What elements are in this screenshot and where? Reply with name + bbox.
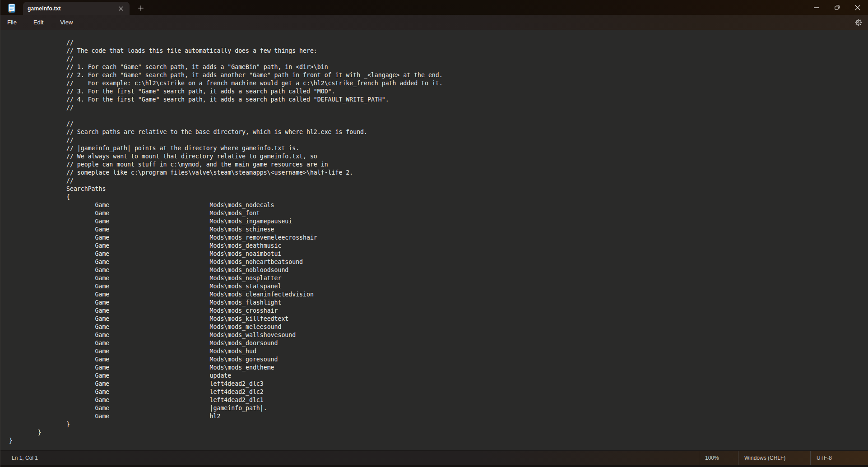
window-controls: [806, 0, 868, 15]
editor-content: // // The code that loads this file auto…: [0, 30, 868, 445]
minimize-icon: [814, 7, 819, 8]
menu-file[interactable]: File: [2, 17, 22, 28]
new-tab-button[interactable]: [134, 2, 148, 14]
gear-icon: [854, 18, 862, 26]
statusbar: Ln 1, Col 1 100% Windows (CRLF) UTF-8: [0, 450, 868, 467]
close-icon: [855, 5, 860, 10]
tab-gameinfo[interactable]: gameinfo.txt: [23, 2, 130, 15]
menu-view[interactable]: View: [55, 17, 78, 28]
tab-close-icon[interactable]: [116, 4, 126, 14]
restore-button[interactable]: [826, 0, 847, 15]
titlebar: gameinfo.txt: [0, 0, 868, 15]
restore-icon: [834, 5, 840, 10]
encoding[interactable]: UTF-8: [810, 451, 868, 465]
text-editor[interactable]: // // The code that loads this file auto…: [0, 30, 868, 450]
tab-label: gameinfo.txt: [28, 5, 113, 12]
menu-edit[interactable]: Edit: [28, 17, 48, 28]
line-ending[interactable]: Windows (CRLF): [738, 451, 810, 465]
titlebar-drag-area: [148, 0, 806, 15]
notepad-app-icon: [0, 0, 23, 15]
plus-icon: [138, 5, 144, 11]
zoom-level[interactable]: 100%: [699, 451, 738, 465]
close-button[interactable]: [847, 0, 868, 15]
menubar: File Edit View: [0, 15, 868, 30]
cursor-position: Ln 1, Col 1: [0, 451, 699, 465]
notepad-window: gameinfo.txt: [0, 0, 868, 467]
settings-button[interactable]: [850, 16, 866, 29]
statusbar-right: 100% Windows (CRLF) UTF-8: [699, 451, 868, 465]
minimize-button[interactable]: [806, 0, 826, 15]
